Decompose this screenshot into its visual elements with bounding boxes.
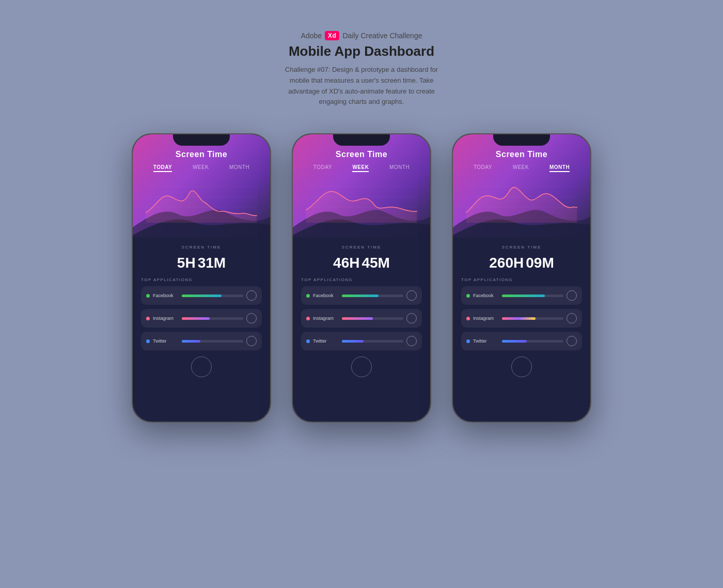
tab-month[interactable]: MONTH — [229, 163, 249, 172]
screen-time-value: 46H45M — [301, 255, 422, 271]
app-bar — [502, 295, 545, 297]
app-name: Twitter — [153, 338, 179, 344]
tab-today[interactable]: TODAY — [474, 163, 492, 172]
app-icon-circle — [246, 313, 257, 323]
app-bar-container — [342, 340, 403, 343]
phone-month-title: Screen Time — [453, 134, 590, 159]
app-bar — [342, 295, 379, 297]
app-icon-circle — [567, 336, 577, 346]
app-bar — [502, 340, 527, 343]
app-dot — [146, 339, 150, 343]
app-bar-container — [502, 295, 563, 297]
app-name: Instagram — [473, 316, 499, 321]
app-name: Twitter — [313, 338, 339, 344]
phone-week: Screen TimeTODAYWEEKMONTHSCREEN TIME46H4… — [292, 133, 431, 423]
app-name: Facebook — [153, 293, 179, 298]
app-bar-container — [502, 340, 563, 343]
phone-today: Screen TimeTODAYWEEKMONTHSCREEN TIME5H31… — [132, 133, 271, 423]
app-name: Instagram — [313, 316, 339, 321]
time-minutes: 09M — [526, 255, 554, 271]
app-row-twitter: Twitter — [461, 332, 582, 350]
app-row-instagram: Instagram — [301, 309, 422, 328]
page-header: Adobe Xd Daily Creative Challenge Mobile… — [284, 31, 439, 107]
chart-container — [301, 176, 422, 223]
top-apps-label: TOP APPLICATIONS — [301, 277, 422, 282]
app-icon-circle — [246, 336, 257, 346]
app-bar-container — [182, 317, 243, 320]
time-hours: 5H — [177, 255, 196, 271]
app-name: Instagram — [153, 316, 179, 321]
tab-today[interactable]: TODAY — [153, 163, 172, 172]
app-bar — [182, 317, 210, 320]
tab-week[interactable]: WEEK — [513, 163, 529, 172]
tab-month[interactable]: MONTH — [389, 163, 410, 172]
app-bar-container — [182, 340, 243, 343]
xd-badge: Xd — [325, 31, 339, 40]
tab-today[interactable]: TODAY — [313, 163, 332, 172]
challenge-label: Daily Creative Challenge — [342, 32, 422, 40]
app-row-facebook: Facebook — [141, 286, 262, 305]
screen-time-label: SCREEN TIME — [141, 245, 262, 250]
app-dot — [306, 317, 310, 320]
app-bar — [182, 295, 222, 297]
chart-container — [461, 176, 582, 223]
app-icon-circle — [406, 313, 417, 323]
screen-time-value: 5H31M — [141, 255, 262, 271]
time-minutes: 31M — [198, 255, 226, 271]
top-apps-label: TOP APPLICATIONS — [461, 277, 582, 282]
app-row-facebook: Facebook — [301, 286, 422, 305]
app-bar-container — [502, 317, 563, 320]
time-hours: 260H — [489, 255, 524, 271]
tab-week[interactable]: WEEK — [193, 163, 209, 172]
app-row-facebook: Facebook — [461, 286, 582, 305]
phones-container: Screen TimeTODAYWEEKMONTHSCREEN TIME5H31… — [132, 133, 591, 423]
phone-week-title: Screen Time — [293, 134, 430, 159]
app-row-twitter: Twitter — [141, 332, 262, 350]
app-dot — [146, 294, 150, 298]
app-name: Facebook — [473, 293, 499, 298]
app-dot — [306, 294, 310, 298]
app-row-instagram: Instagram — [141, 309, 262, 328]
top-apps-label: TOP APPLICATIONS — [141, 277, 262, 282]
app-dot — [306, 339, 310, 343]
phone-today-title: Screen Time — [133, 134, 270, 159]
tab-month[interactable]: MONTH — [549, 163, 570, 172]
screen-time-label: SCREEN TIME — [301, 245, 422, 250]
phone-month: Screen TimeTODAYWEEKMONTHSCREEN TIME260H… — [452, 133, 591, 423]
app-name: Facebook — [313, 293, 339, 298]
tab-week[interactable]: WEEK — [352, 163, 369, 172]
app-row-twitter: Twitter — [301, 332, 422, 350]
app-icon-circle — [567, 290, 577, 301]
app-dot — [146, 317, 150, 320]
home-indicator[interactable] — [351, 357, 372, 377]
app-name: Twitter — [473, 338, 499, 344]
app-bar — [182, 340, 200, 343]
app-icon-circle — [567, 313, 577, 323]
adobe-label: Adobe — [301, 32, 322, 40]
page-title: Mobile App Dashboard — [284, 43, 439, 59]
app-bar — [342, 317, 373, 320]
app-icon-circle — [406, 290, 417, 301]
header-description: Challenge #07: Design & prototype a dash… — [284, 65, 439, 107]
app-bar — [342, 340, 364, 343]
time-hours: 46H — [333, 255, 359, 271]
time-minutes: 45M — [362, 255, 389, 271]
app-icon-circle — [406, 336, 417, 346]
app-bar-container — [342, 317, 403, 320]
app-icon-circle — [246, 290, 257, 301]
app-bar-container — [342, 295, 403, 297]
home-indicator[interactable] — [191, 357, 212, 377]
app-dot — [466, 317, 470, 320]
app-dot — [466, 294, 470, 298]
screen-time-value: 260H09M — [461, 255, 582, 271]
home-indicator[interactable] — [511, 357, 532, 377]
screen-time-label: SCREEN TIME — [461, 245, 582, 250]
app-bar — [502, 317, 536, 320]
header-top: Adobe Xd Daily Creative Challenge — [284, 31, 439, 40]
app-dot — [466, 339, 470, 343]
chart-container — [141, 176, 262, 223]
app-row-instagram: Instagram — [461, 309, 582, 328]
app-bar-container — [182, 295, 243, 297]
